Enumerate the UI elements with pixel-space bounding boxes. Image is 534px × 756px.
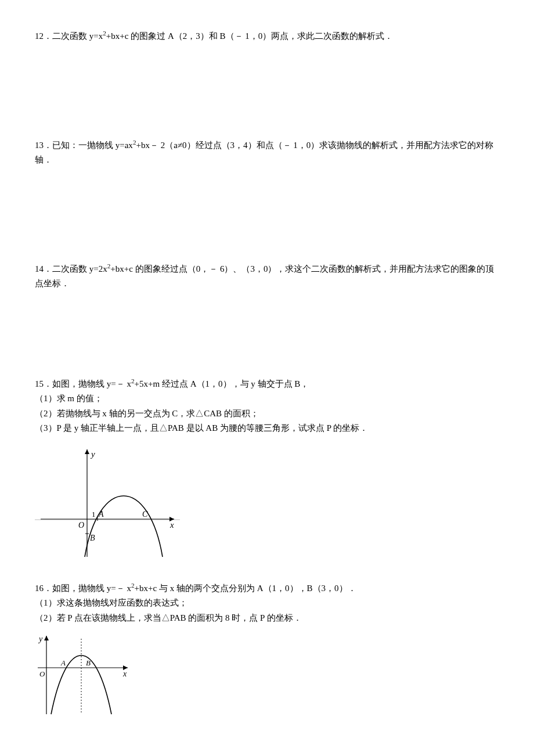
x-axis-label: x [122, 669, 127, 678]
question-12: 12．二次函数 y=x2+bx+c 的图象过 A（2，3）和 B（－ 1，0）两… [35, 29, 499, 44]
point-A-label: A [60, 658, 66, 667]
question-16: 16．如图，抛物线 y=－ x2+bx+c 与 x 轴的两个交点分别为 A（1，… [35, 581, 499, 718]
question-text: 如图，抛物线 y=－ x [52, 584, 131, 593]
question-text: +bx+c 与 x 轴的两个交点分别为 A（1，0），B（3，0）． [135, 584, 356, 593]
sub-question-3: （3）P 是 y 轴正半轴上一点，且△PAB 是以 AB 为腰的等腰三角形，试求… [35, 421, 499, 436]
question-text: +5x+m 经过点 A（1，0），与 y 轴交于点 B， [135, 379, 309, 388]
question-15: 15．如图，抛物线 y=－ x2+5x+m 经过点 A（1，0），与 y 轴交于… [35, 377, 499, 563]
spacer [35, 186, 499, 262]
question-text: +bx+c 的图象过 A（2，3）和 B（－ 1，0）两点，求此二次函数的解析式… [106, 31, 393, 41]
figure-q15: y x O 1 A C B [35, 441, 499, 563]
svg-marker-16 [44, 636, 49, 640]
origin-label: O [39, 669, 45, 678]
parabola-graph-icon: y x O 1 A C B [35, 441, 180, 563]
sub-question-1: （1）求 m 的值； [35, 391, 499, 406]
svg-rect-5 [35, 441, 180, 563]
x-axis-label: x [169, 520, 174, 530]
tick-one: 1 [92, 510, 96, 519]
sub-question-1: （1）求这条抛物线对应函数的表达式； [35, 596, 499, 611]
question-number: 15． [35, 379, 52, 388]
y-axis-label: y [90, 449, 95, 459]
question-number: 12． [35, 31, 52, 41]
y-axis-label: y [38, 635, 43, 643]
figure-q16: y x O A B [35, 630, 499, 717]
question-text: 二次函数 y=2x [52, 264, 107, 273]
question-number: 16． [35, 584, 52, 593]
question-13: 13．已知：一抛物线 y=ax2+bx－ 2（a≠0）经过点（3，4）和点（－ … [35, 138, 499, 168]
question-number: 13． [35, 141, 52, 150]
point-B-label: B [86, 658, 91, 667]
sub-question-2: （2）若抛物线与 x 轴的另一交点为 C，求△CAB 的面积； [35, 406, 499, 422]
question-text: 已知：一抛物线 y=ax [52, 141, 133, 150]
question-14: 14．二次函数 y=2x2+bx+c 的图象经过点（0，－ 6）、（3，0），求… [35, 262, 499, 291]
point-C-label: C [142, 510, 148, 519]
question-text: 二次函数 y=x [52, 31, 103, 41]
parabola-graph-icon: y x O A B [35, 630, 134, 717]
point-B-label: B [90, 534, 95, 542]
spacer [35, 310, 499, 377]
question-text: 如图，抛物线 y=－ x [52, 379, 131, 388]
question-number: 14． [35, 264, 52, 273]
point-A-label: A [98, 510, 104, 519]
sub-question-2: （2）若 P 点在该抛物线上，求当△PAB 的面积为 8 时，点 P 的坐标． [35, 611, 499, 626]
spacer [35, 63, 499, 138]
origin-label: O [78, 521, 84, 530]
